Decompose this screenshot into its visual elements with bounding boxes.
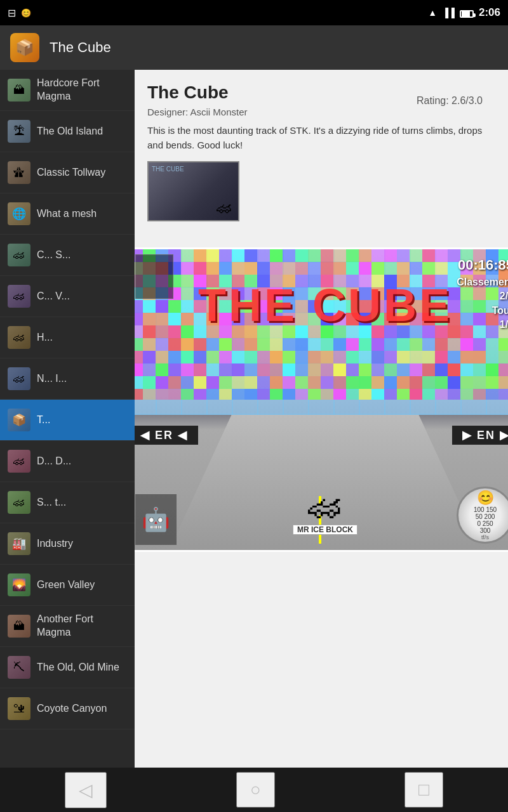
sidebar-item-icon: ⛏ — [8, 656, 30, 679]
sidebar-item-label: H... — [37, 331, 53, 344]
sidebar-item-c-v[interactable]: 🏎 C... V... — [0, 276, 135, 317]
kart-label: MR ICE BLOCK — [293, 525, 358, 535]
hud-timer: 00:16:85 Classement 2/2 Tour 1/1 — [457, 256, 508, 332]
road-banner-left: ◀ ER ◀ — [135, 426, 198, 445]
sidebar-item-icon: 🏔 — [8, 79, 30, 102]
sidebar-item-label: Another Fort Magma — [37, 613, 127, 639]
sidebar-item-icon: 🏎 — [8, 326, 30, 349]
hud-character: 🤖 — [135, 494, 177, 545]
back-button[interactable]: ◁ — [65, 772, 107, 808]
main-layout: 🏔 Hardcore Fort Magma 🏝 The Old Island 🛣… — [0, 70, 508, 787]
sidebar-item-icon: 🏎 — [8, 491, 30, 514]
sidebar-item-icon: 🌄 — [8, 573, 30, 596]
sidebar-item-icon: 🏎 — [8, 285, 30, 308]
sidebar-item-coyote-canyon[interactable]: 🏜 Coyote Canyon — [0, 688, 135, 730]
sidebar-item-label: S... t... — [37, 496, 66, 509]
sidebar-item-the-cube[interactable]: 📦 T... — [0, 400, 135, 441]
sidebar-item-c-s[interactable]: 🏎 C... S... — [0, 235, 135, 276]
arrow-left: ◀ — [140, 429, 150, 442]
app-logo: 📦 — [15, 39, 34, 56]
sidebar-item-icon: 🏎 — [8, 244, 30, 266]
sidebar-item-the-old-mine[interactable]: ⛏ The Old, Old Mine — [0, 647, 135, 688]
recent-button[interactable]: □ — [404, 772, 443, 808]
signal-icon: ▐▐ — [442, 8, 455, 18]
sidebar-item-label: Coyote Canyon — [37, 702, 107, 716]
battery-icon — [460, 8, 474, 18]
game-title: THE CUBE — [135, 279, 508, 331]
track-description: This is the most daunting track of STK. … — [147, 124, 495, 152]
android-icon-2: 😊 — [21, 8, 31, 18]
banner-text-left: ER — [155, 429, 173, 442]
app-icon: 📦 — [10, 33, 39, 62]
sidebar-item-label: T... — [37, 414, 50, 427]
speedo-numbers: 100 15050 2000 250300 — [474, 506, 497, 534]
speedo-face-emoji: 😊 — [477, 490, 494, 506]
arrow-left-2: ◀ — [178, 429, 188, 442]
track-designer: Designer: Ascii Monster — [147, 107, 495, 117]
road-banner-right: ▶ EN ▶ — [452, 426, 508, 445]
track-thumbnail: THE CUBE — [147, 161, 239, 221]
sidebar-item-industry[interactable]: 🏭 Industry — [0, 523, 135, 565]
hud-minimap — [135, 254, 173, 299]
status-bar: ⊟ 😊 ▲ ▐▐ 2:06 — [0, 0, 508, 25]
wifi-icon: ▲ — [428, 8, 437, 18]
sidebar-item-label: Hardcore Fort Magma — [37, 77, 127, 103]
sidebar-item-label: Industry — [37, 537, 73, 551]
sidebar: 🏔 Hardcore Fort Magma 🏝 The Old Island 🛣… — [0, 70, 135, 787]
sidebar-item-hardcore-fort-magma[interactable]: 🏔 Hardcore Fort Magma — [0, 70, 135, 111]
sidebar-item-label: Classic Tollway — [37, 166, 105, 180]
sidebar-item-icon: 📦 — [8, 409, 30, 431]
sidebar-item-green-valley[interactable]: 🌄 Green Valley — [0, 565, 135, 606]
status-bar-left: ⊟ 😊 — [8, 7, 31, 19]
sidebar-item-n-i[interactable]: 🏎 N... I... — [0, 358, 135, 400]
game-kart: 🏎 MR ICE BLOCK — [293, 489, 358, 535]
track-rating: Rating: 2.6/3.0 — [417, 95, 483, 107]
hud-time-value: 00:16:85 — [457, 256, 508, 275]
sidebar-item-label: C... S... — [37, 249, 70, 262]
tour-value: 1/1 — [500, 319, 508, 330]
sidebar-item-s-t[interactable]: 🏎 S... t... — [0, 482, 135, 523]
status-bar-right: ▲ ▐▐ 2:06 — [428, 6, 500, 19]
game-scene: THE CUBE ◀ ER ◀ ▶ EN ▶ 🏎 — [135, 249, 508, 550]
hud-speedometer: 😊 100 15050 2000 250300 tf/s — [457, 487, 508, 544]
android-icon-1: ⊟ — [8, 7, 16, 19]
sidebar-item-label: Green Valley — [37, 579, 95, 592]
content-area: The Cube Rating: 2.6/3.0 Designer: Ascii… — [135, 70, 508, 787]
sidebar-item-icon: 🏎 — [8, 450, 30, 473]
sidebar-item-another-fort-magma[interactable]: 🏔 Another Fort Magma — [0, 606, 135, 647]
sidebar-item-classic-tollway[interactable]: 🛣 Classic Tollway — [0, 152, 135, 193]
sidebar-item-label: What a mesh — [37, 207, 97, 221]
home-button[interactable]: ○ — [236, 772, 275, 808]
app-title: The Cube — [50, 39, 111, 56]
sidebar-item-what-a-mesh[interactable]: 🌐 What a mesh — [0, 193, 135, 235]
app-bar: 📦 The Cube — [0, 25, 508, 70]
sidebar-item-label: N... I... — [37, 372, 67, 386]
arrow-right: ▶ — [462, 429, 472, 442]
sidebar-item-label: The Old, Old Mine — [37, 661, 119, 674]
kart-emoji: 🏎 — [293, 489, 358, 523]
sidebar-item-icon: 🏜 — [8, 697, 30, 720]
sidebar-item-icon: 🏭 — [8, 532, 30, 555]
classement-label: Classement — [457, 277, 508, 287]
character-emoji: 🤖 — [142, 506, 170, 533]
sidebar-item-d-d[interactable]: 🏎 D... D... — [0, 441, 135, 482]
hud-classement: Classement 2/2 Tour 1/1 — [457, 275, 508, 332]
sidebar-item-icon: 🏔 — [8, 615, 30, 638]
sidebar-item-icon: 🌐 — [8, 202, 30, 225]
sidebar-item-label: C... V... — [37, 290, 70, 303]
sidebar-item-icon: 🛣 — [8, 161, 30, 184]
arrow-right-2: ▶ — [500, 429, 508, 442]
track-thumbnail-image: THE CUBE — [149, 162, 238, 220]
sidebar-item-icon: 🏝 — [8, 120, 30, 143]
nav-bar: ◁ ○ □ — [0, 768, 508, 812]
sidebar-item-h[interactable]: 🏎 H... — [0, 317, 135, 358]
sidebar-item-label: D... D... — [37, 455, 71, 468]
rank-value: 2/2 — [500, 291, 508, 301]
banner-text-right: EN — [477, 429, 495, 442]
sidebar-item-icon: 🏎 — [8, 367, 30, 390]
tour-label: Tour — [492, 305, 508, 316]
speedo-unit: tf/s — [481, 534, 489, 540]
sidebar-item-the-old-island[interactable]: 🏝 The Old Island — [0, 111, 135, 152]
game-screenshot: THE CUBE ◀ ER ◀ ▶ EN ▶ 🏎 — [135, 247, 508, 552]
sidebar-item-label: The Old Island — [37, 125, 103, 138]
